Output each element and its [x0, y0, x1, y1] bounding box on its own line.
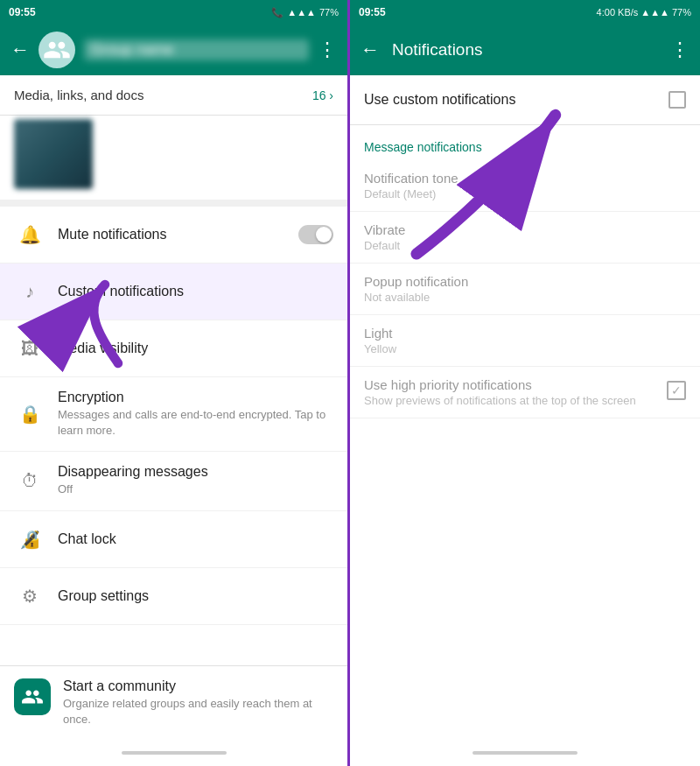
left-status-icons: 📞 ▲▲▲ 77%	[271, 7, 339, 18]
media-visibility-content: Media visibility	[58, 341, 333, 356]
right-time: 09:55	[359, 6, 386, 18]
right-home-bar	[472, 751, 578, 755]
left-menu-button[interactable]: ⋮	[318, 39, 337, 61]
settings-item-media-visibility[interactable]: 🖼 Media visibility	[0, 320, 347, 377]
right-page-title: Notifications	[392, 40, 658, 60]
media-count: 16 ›	[312, 88, 333, 102]
group-settings-title: Group settings	[58, 588, 333, 604]
mute-content: Mute notifications	[58, 227, 298, 242]
settings-item-mute[interactable]: 🔔 Mute notifications	[0, 207, 347, 264]
high-priority-checkbox[interactable]	[667, 381, 686, 400]
disappearing-content: Disappearing messages Off	[58, 464, 333, 497]
left-home-bar	[122, 751, 227, 755]
right-status-bar: 09:55 4:00 KB/s ▲▲▲ 77%	[350, 0, 700, 25]
notif-popup-value: Not available	[364, 291, 686, 304]
left-home-indicator	[0, 740, 347, 766]
right-status-icons: 4:00 KB/s ▲▲▲ 77%	[597, 7, 691, 18]
community-section[interactable]: Start a community Organize related group…	[0, 665, 347, 740]
left-panel: 09:55 📞 ▲▲▲ 77% ← Group name ⋮ Media, li…	[0, 0, 350, 766]
settings-item-chat-lock[interactable]: 🔏 Chat lock	[0, 511, 347, 568]
community-content: Start a community Organize related group…	[63, 678, 333, 727]
encryption-title: Encryption	[58, 390, 333, 405]
contact-avatar[interactable]	[38, 32, 75, 68]
right-battery: 77%	[672, 7, 691, 18]
panels-container: 09:55 📞 ▲▲▲ 77% ← Group name ⋮ Media, li…	[0, 0, 700, 766]
notif-light-value: Yellow	[364, 342, 686, 355]
notif-light-title: Light	[364, 326, 686, 341]
encryption-icon: 🔒	[14, 398, 46, 430]
community-title: Start a community	[63, 678, 333, 694]
right-menu-button[interactable]: ⋮	[670, 39, 690, 61]
custom-notif-row[interactable]: Use custom notifications	[350, 75, 700, 125]
message-notif-header: Message notifications	[350, 125, 700, 160]
notif-tone-title: Notification tone	[364, 171, 686, 186]
settings-list: 🔔 Mute notifications ♪ Custom notificati…	[0, 207, 347, 665]
group-settings-content: Group settings	[58, 588, 333, 604]
right-home-indicator	[350, 740, 700, 766]
divider	[0, 200, 347, 207]
high-priority-content: Use high priority notifications Show pre…	[364, 377, 667, 407]
settings-item-disappearing[interactable]: ⏱ Disappearing messages Off	[0, 452, 347, 510]
notif-popup-title: Popup notification	[364, 274, 686, 289]
left-status-bar: 09:55 📞 ▲▲▲ 77%	[0, 0, 347, 25]
right-signal-icon: ▲▲▲	[640, 7, 669, 18]
media-thumbnail[interactable]	[14, 119, 93, 189]
left-header: ← Group name ⋮	[0, 25, 347, 75]
notif-item-popup[interactable]: Popup notification Not available	[350, 264, 700, 315]
custom-notif-icon: ♪	[14, 276, 46, 307]
media-label: Media, links, and docs	[14, 88, 144, 102]
message-notif-title: Message notifications	[364, 140, 482, 154]
custom-notif-label: Use custom notifications	[364, 92, 668, 108]
right-network: 4:00 KB/s	[597, 7, 639, 18]
left-battery: 77%	[319, 7, 339, 18]
community-icon	[14, 678, 51, 715]
mute-icon: 🔔	[14, 219, 46, 250]
high-priority-subtitle: Show previews of notifications at the to…	[364, 394, 667, 407]
media-visibility-icon: 🖼	[14, 333, 46, 364]
media-visibility-title: Media visibility	[58, 341, 333, 356]
disappearing-title: Disappearing messages	[58, 464, 333, 480]
custom-notif-content: Custom notifications	[58, 284, 333, 299]
contact-name: Group name	[84, 39, 309, 60]
mute-toggle[interactable]	[298, 225, 333, 244]
right-back-button[interactable]: ←	[360, 39, 380, 61]
left-time: 09:55	[9, 6, 36, 18]
notif-item-high-priority[interactable]: Use high priority notifications Show pre…	[350, 367, 700, 418]
notif-item-vibrate[interactable]: Vibrate Default	[350, 212, 700, 264]
right-header-row: ← Notifications ⋮	[350, 25, 700, 75]
encryption-content: Encryption Messages and calls are end-to…	[58, 390, 333, 439]
chat-lock-title: Chat lock	[58, 531, 333, 547]
disappearing-subtitle: Off	[58, 481, 333, 497]
notif-tone-value: Default (Meet)	[364, 187, 686, 200]
notifications-section: Use custom notifications Message notific…	[350, 75, 700, 740]
custom-notif-title: Custom notifications	[58, 284, 333, 299]
group-settings-icon: ⚙	[14, 580, 46, 612]
high-priority-title: Use high priority notifications	[364, 377, 667, 392]
mute-title: Mute notifications	[58, 227, 298, 242]
right-panel: 09:55 4:00 KB/s ▲▲▲ 77% ← Notifications …	[350, 0, 700, 766]
disappearing-icon: ⏱	[14, 465, 46, 496]
notif-vibrate-title: Vibrate	[364, 222, 686, 237]
chat-lock-icon: 🔏	[14, 524, 46, 555]
media-section[interactable]: Media, links, and docs 16 ›	[0, 75, 347, 116]
right-header: 09:55 4:00 KB/s ▲▲▲ 77% ← Notifications …	[350, 0, 700, 75]
settings-item-encryption[interactable]: 🔒 Encryption Messages and calls are end-…	[0, 377, 347, 452]
signal-icon: ▲▲▲	[287, 7, 316, 18]
settings-item-group-settings[interactable]: ⚙ Group settings	[0, 568, 347, 625]
chat-lock-content: Chat lock	[58, 531, 333, 547]
left-back-button[interactable]: ←	[10, 39, 30, 61]
call-icon: 📞	[271, 7, 284, 18]
encryption-subtitle: Messages and calls are end-to-end encryp…	[58, 407, 333, 439]
settings-item-custom-notif[interactable]: ♪ Custom notifications	[0, 264, 347, 320]
notif-vibrate-value: Default	[364, 239, 686, 252]
custom-notif-checkbox[interactable]	[668, 91, 686, 109]
notif-item-tone[interactable]: Notification tone Default (Meet)	[350, 160, 700, 212]
community-subtitle: Organize related groups and easily reach…	[63, 696, 333, 727]
notif-item-light[interactable]: Light Yellow	[350, 315, 700, 367]
